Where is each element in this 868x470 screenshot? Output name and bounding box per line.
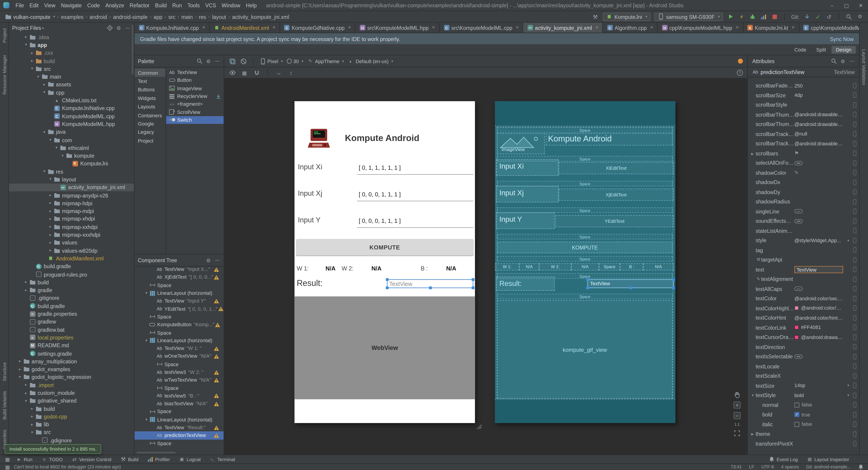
tree-item[interactable]: ▸build <box>9 57 134 65</box>
zoom-in-button[interactable]: + <box>734 401 741 409</box>
toggle-icon[interactable] <box>794 161 803 165</box>
locale-selector[interactable]: ◐ Default (en-us)▾ <box>348 58 393 64</box>
pick-favorite-icon[interactable] <box>853 325 856 330</box>
pick-favorite-icon[interactable] <box>853 93 856 98</box>
tree-item[interactable]: ▾main <box>9 73 134 81</box>
component-tree-item[interactable]: AbbiasTextView"N/A" <box>134 400 224 408</box>
blueprint-selected-textview[interactable]: TextView <box>587 279 674 288</box>
design-surface-mode-icon[interactable] <box>228 58 236 65</box>
palette-category-common[interactable]: Common <box>134 69 165 77</box>
tree-item[interactable]: ▸build <box>9 278 134 286</box>
menu-refactor[interactable]: Refactor <box>127 2 152 8</box>
tree-item[interactable]: ·.gitignore <box>9 294 134 302</box>
tree-item[interactable]: CKomputeModelML.cpp <box>9 112 134 120</box>
tree-item[interactable]: ▾godot_logistic_regression <box>9 373 134 381</box>
component-tree-item[interactable]: AbtextView3"W 2: " <box>134 368 224 376</box>
attribute-value[interactable]: @android:color/highli... <box>794 305 851 311</box>
editor-tab[interactable]: CAlgorithm.cpp✕ <box>603 23 658 33</box>
dropdown-arrow-icon[interactable]: ▾ <box>847 383 849 388</box>
design-canvas[interactable]: Kompute Android Input Xi[ 0, 1, 1, 1, 1,… <box>224 78 747 455</box>
blueprint-input-label[interactable]: Input Xi <box>496 159 559 176</box>
tree-item[interactable]: ▾java <box>9 128 134 136</box>
edittext-value[interactable]: [ 0, 0, 0, 1, 1, 1 ] <box>359 191 401 197</box>
toolwindow-build[interactable]: ⚒Build <box>120 456 138 463</box>
attribute-value[interactable]: ✓true <box>794 412 851 417</box>
menu-view[interactable]: View <box>41 2 58 8</box>
attribute-value[interactable] <box>794 161 851 165</box>
palette-category-text[interactable]: Text <box>134 77 165 86</box>
device-selector[interactable]: samsung SM-G930F ▾ <box>654 12 723 21</box>
build-hammer-icon[interactable]: ⚒ <box>592 13 599 20</box>
tree-item[interactable]: ▸.import <box>9 381 134 389</box>
git-update-icon[interactable] <box>803 13 810 20</box>
tree-item[interactable]: CKomputeJniNative.cpp <box>9 104 134 112</box>
git-commit-icon[interactable]: ✓ <box>814 13 822 20</box>
close-icon[interactable]: ✕ <box>736 26 739 30</box>
attribute-value[interactable]: 4dp <box>794 93 851 98</box>
tree-item[interactable]: ▾kompute <box>9 152 134 160</box>
attribute-value[interactable]: @android:color/hint_f... <box>794 315 851 321</box>
tree-item[interactable]: ▸mipmap-hdpi <box>9 199 134 207</box>
close-icon[interactable]: ✕ <box>432 26 435 30</box>
menu-navigate[interactable]: Navigate <box>58 2 84 8</box>
component-tree-item[interactable]: AbwOneTextView"N/A" <box>134 352 224 361</box>
tree-item[interactable]: ▸build <box>9 405 134 413</box>
editor-tab[interactable]: Ccpp\KomputeModelML.cpp✕ <box>799 23 859 33</box>
breadcrumb-item[interactable]: activity_kompute_jni.xml <box>232 13 289 20</box>
pick-favorite-icon[interactable] <box>853 179 856 185</box>
project-view-header[interactable]: Project Files ▾ ⚙ — <box>9 23 134 33</box>
grid-icon[interactable]: ▦ <box>241 69 248 76</box>
blueprint-kompute-button[interactable]: KOMPUTE <box>497 242 673 253</box>
dropdown-arrow-icon[interactable]: ▾ <box>847 393 849 397</box>
pick-favorite-icon[interactable] <box>853 141 856 146</box>
pick-favorite-icon[interactable] <box>853 296 856 301</box>
tree-item[interactable]: Gbuild.gradle <box>9 302 134 310</box>
project-view-selector[interactable]: Project Files <box>12 25 41 31</box>
pick-favorite-icon[interactable] <box>853 422 856 427</box>
kompute-button-preview[interactable]: KOMPUTE <box>296 239 473 256</box>
pick-favorite-icon[interactable] <box>853 112 856 117</box>
tree-item[interactable]: AndroidManifest.xml <box>9 255 134 263</box>
tree-item[interactable]: ▲CMakeLists.txt <box>9 96 134 104</box>
orientation-horizontal-icon[interactable]: ↔ <box>275 69 282 76</box>
breadcrumb-item[interactable]: main <box>181 13 193 20</box>
text-attribute-input[interactable]: TextView <box>794 266 843 273</box>
editor-tab[interactable]: CKomputeGdNative.cpp✕ <box>280 23 355 33</box>
tree-item[interactable]: KKomputeJni <box>9 160 134 168</box>
search-icon[interactable] <box>196 58 203 64</box>
pick-favorite-icon[interactable] <box>853 131 856 137</box>
component-tree-item[interactable]: ▾LinearLayout (horizontal) <box>134 289 224 297</box>
tool-window-switcher-icon[interactable]: ▦ <box>4 456 10 463</box>
menu-run[interactable]: Run <box>169 2 185 8</box>
component-tree-item[interactable]: AbTextView"W 1: " <box>134 344 224 352</box>
edittext-value[interactable]: [ 0, 1, 1, 1, 1, 1 ] <box>359 164 401 171</box>
edittext-value[interactable]: [ 0, 0, 0, 1, 1, 1 ] <box>359 217 401 224</box>
blueprint-edittext[interactable]: XjEditText <box>559 189 674 201</box>
menu-vcs[interactable]: VCS <box>203 2 219 8</box>
breadcrumb-item[interactable]: android <box>89 13 107 20</box>
attribute-value[interactable]: 250 <box>794 83 851 88</box>
attribute-value[interactable]: @style/Widget.App...▾ <box>794 238 851 243</box>
scrollbar[interactable] <box>137 452 176 454</box>
blueprint-preview[interactable]: ImageView Kompute Android SpaceSpaceSpac… <box>495 101 675 423</box>
palette-category-google[interactable]: Google <box>134 120 165 128</box>
palette-item-ScrollView[interactable]: ScrollView <box>166 108 223 116</box>
tree-item[interactable]: ▸mipmap-xxhdpi <box>9 223 134 231</box>
search-icon[interactable] <box>831 58 837 64</box>
autoconnect-magnet-icon[interactable] <box>253 69 260 76</box>
editor-tab[interactable]: KKomputeJni.kt✕ <box>743 23 799 33</box>
tree-item[interactable]: ▸values <box>9 239 134 247</box>
attribute-value[interactable] <box>794 287 851 291</box>
pick-favorite-icon[interactable] <box>853 344 856 349</box>
palette-category-containers[interactable]: Containers <box>134 111 165 120</box>
tree-item[interactable]: ▸custom_module <box>9 389 134 397</box>
design-preview[interactable]: Kompute Android Input Xi[ 0, 1, 1, 1, 1,… <box>294 101 475 423</box>
component-tree-item[interactable]: Space <box>134 313 224 321</box>
pick-favorite-icon[interactable] <box>853 228 856 234</box>
tree-item[interactable]: ▾src <box>9 429 134 437</box>
tool-window-button-structure[interactable]: Structure <box>1 362 7 381</box>
orientation-vertical-icon[interactable]: ↕ <box>287 69 294 76</box>
blueprint-result-label[interactable]: Result: <box>496 276 555 291</box>
tree-item[interactable]: ▸array_multiplication <box>9 357 134 365</box>
menu-help[interactable]: Help <box>243 2 259 8</box>
